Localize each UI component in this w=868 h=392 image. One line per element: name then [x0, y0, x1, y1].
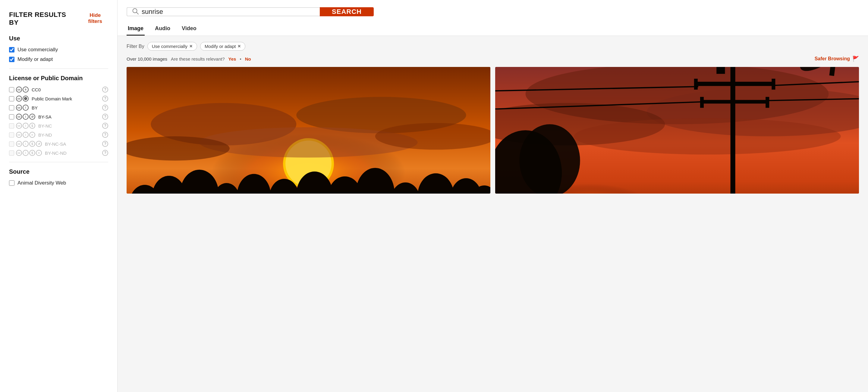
animal-diversity-filter: Animal Diversity Web [9, 180, 108, 186]
image-card-2[interactable] [495, 67, 859, 193]
license-by-sa-row: cc i ↺ BY-SA ? [9, 114, 108, 120]
use-commercially-chip-label: Use commercially [152, 44, 187, 49]
safer-browsing[interactable]: Safer Browsing 🚩 [815, 56, 859, 62]
safer-browsing-label: Safer Browsing [815, 56, 850, 62]
results-count: Over 10,000 images [127, 56, 167, 62]
results-row: Over 10,000 images Are these results rel… [127, 56, 859, 62]
by-nd-help-icon[interactable]: ? [102, 132, 108, 138]
by-sa-help-icon[interactable]: ? [102, 114, 108, 120]
by-icon: i [23, 104, 29, 111]
by-help-icon[interactable]: ? [102, 104, 108, 111]
sunrise-image-1 [127, 67, 490, 193]
license-cc0-icons: cc 0 [16, 87, 29, 93]
pdm-help-icon[interactable]: ? [102, 96, 108, 101]
license-by-row: cc i BY ? [9, 104, 108, 111]
license-by-nc-icons: cc i $ [16, 123, 35, 129]
license-by-nc-nd-row: cc i $ = BY-NC-ND ? [9, 150, 108, 156]
svg-rect-39 [701, 100, 768, 103]
license-by-nc-sa-label: BY-NC-SA [45, 142, 66, 147]
use-commercially-checkbox[interactable] [9, 47, 14, 53]
license-by-nd-icons: cc i = [16, 132, 35, 138]
modify-adapt-label[interactable]: Modify or adapt [18, 56, 53, 62]
license-by-nc-sa-icons: cc i $ ↺ [16, 141, 42, 147]
animal-diversity-checkbox[interactable] [9, 180, 14, 186]
license-pdm-checkbox[interactable] [9, 96, 14, 101]
relevance-yes[interactable]: Yes [228, 56, 236, 62]
nc-icon-nd: $ [29, 150, 35, 156]
tab-video[interactable]: Video [181, 22, 198, 36]
search-row: SEARCH [127, 7, 374, 16]
license-by-nd-checkbox [9, 132, 14, 138]
tabs-row: Image Audio Video [127, 22, 859, 36]
use-section: Use Use commercially Modify or adapt [9, 35, 108, 62]
license-pdm-icons: cc 🅟 [16, 96, 29, 101]
license-by-icons: cc i [16, 104, 29, 111]
license-by-checkbox[interactable] [9, 105, 14, 110]
license-section-title: License or Public Domain [9, 75, 108, 82]
tab-image[interactable]: Image [127, 22, 145, 36]
search-bar-area: SEARCH Image Audio Video [118, 0, 868, 36]
search-button[interactable]: SEARCH [320, 7, 374, 16]
modify-adapt-chip-label: Modify or adapt [205, 44, 236, 49]
license-by-nc-sa-row: cc i $ ↺ BY-NC-SA ? [9, 141, 108, 147]
license-pdm-label: Public Domain Mark [32, 96, 72, 101]
use-commercially-chip-close[interactable]: ✕ [189, 44, 193, 49]
image-grid [127, 67, 859, 193]
cc-icon-by-nc-sa: cc [16, 141, 22, 147]
use-section-title: Use [9, 35, 108, 42]
hide-filters-button[interactable]: Hide filters [82, 12, 108, 24]
pd-icon: 🅟 [23, 96, 29, 101]
license-by-label: BY [32, 105, 38, 110]
by-icon-nd: i [23, 132, 29, 138]
relevance-label: Are these results relevant? [171, 56, 224, 62]
tab-audio[interactable]: Audio [154, 22, 172, 36]
divider-1 [9, 68, 108, 69]
source-section: Source Animal Diversity Web [9, 168, 108, 186]
license-cc0-label: CC0 [32, 87, 41, 92]
sidebar: FILTER RESULTS BY Hide filters Use Use c… [0, 0, 118, 392]
use-commercially-label[interactable]: Use commercially [18, 47, 58, 53]
cc-icon-by-sa: cc [16, 114, 22, 120]
svg-rect-44 [716, 67, 725, 74]
by-nc-sa-help-icon[interactable]: ? [102, 141, 108, 147]
by-icon-nc-nd: i [23, 150, 29, 156]
license-by-sa-label: BY-SA [38, 114, 52, 119]
relevance-no[interactable]: No [245, 56, 251, 62]
cc-icon: cc [16, 87, 22, 93]
license-cc0-checkbox[interactable] [9, 87, 14, 92]
flag-icon: 🚩 [852, 56, 859, 62]
license-by-sa-icons: cc i ↺ [16, 114, 35, 120]
svg-point-36 [519, 124, 580, 193]
filter-results-title: FILTER RESULTS BY [9, 11, 76, 27]
modify-adapt-chip-close[interactable]: ✕ [238, 44, 241, 49]
license-by-nc-nd-label: BY-NC-ND [45, 150, 67, 156]
by-nc-help-icon[interactable]: ? [102, 123, 108, 129]
sa-icon: ↺ [29, 114, 35, 120]
cc-icon-by-nc-nd: cc [16, 150, 22, 156]
modify-adapt-chip[interactable]: Modify or adapt ✕ [200, 42, 245, 51]
license-by-nc-label: BY-NC [38, 123, 52, 128]
cc0-help-icon[interactable]: ? [102, 87, 108, 93]
svg-line-1 [136, 12, 138, 14]
modify-adapt-checkbox[interactable] [9, 57, 14, 62]
svg-point-30 [574, 118, 841, 155]
cc-icon-by-nc: cc [16, 123, 22, 129]
cc-icon-by: cc [16, 104, 22, 111]
sidebar-header: FILTER RESULTS BY Hide filters [9, 11, 108, 27]
license-by-nc-sa-checkbox [9, 142, 14, 147]
zero-icon: 0 [23, 87, 29, 93]
animal-diversity-label[interactable]: Animal Diversity Web [18, 180, 66, 186]
content-area: Filter By Use commercially ✕ Modify or a… [118, 36, 868, 392]
svg-rect-41 [772, 79, 775, 90]
svg-rect-40 [694, 79, 698, 90]
search-input[interactable] [142, 8, 315, 16]
use-commercially-chip[interactable]: Use commercially ✕ [147, 42, 197, 51]
image-card-1[interactable] [127, 67, 490, 193]
by-nc-nd-help-icon[interactable]: ? [102, 150, 108, 156]
license-cc0-row: cc 0 CC0 ? [9, 87, 108, 93]
divider-2 [9, 162, 108, 162]
nc-icon: $ [29, 123, 35, 129]
license-by-sa-checkbox[interactable] [9, 114, 14, 119]
nd-icon: = [29, 132, 35, 138]
filter-by-label: Filter By [127, 44, 144, 49]
